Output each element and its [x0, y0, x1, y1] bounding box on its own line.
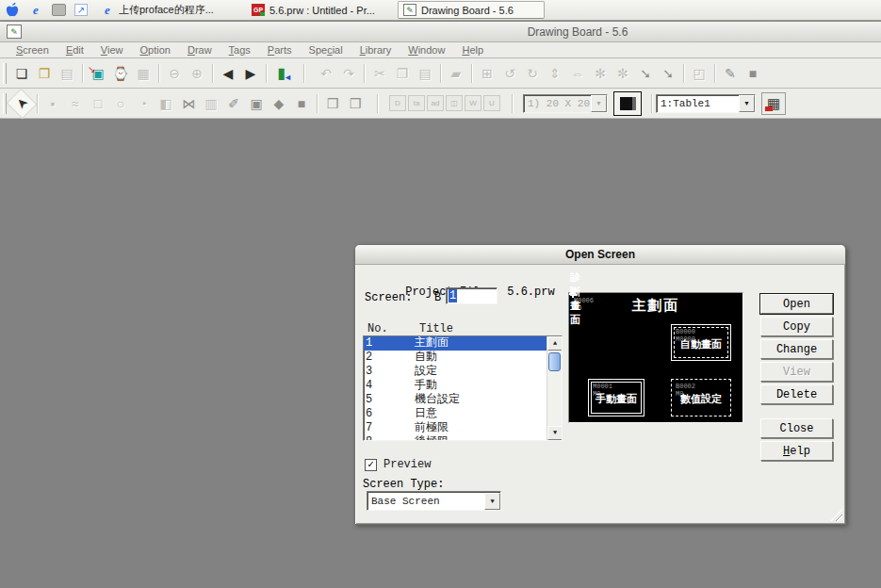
screen-list-row[interactable]: 1 主劃面 — [364, 336, 562, 351]
scroll-down-icon[interactable]: ▼ — [547, 426, 563, 440]
preview-checkbox[interactable]: ✓ — [365, 459, 377, 471]
text-tool-icon[interactable]: ✐ — [222, 93, 245, 114]
copy-icon[interactable]: ❐ — [391, 63, 414, 84]
mark-tool-icon[interactable]: ◆ — [268, 93, 290, 114]
change-button[interactable]: Change — [760, 339, 833, 359]
transfer-icon[interactable]: ▣ — [87, 63, 109, 84]
exit-icon[interactable]: ▮ — [270, 63, 293, 84]
menu-item[interactable]: Tags — [220, 43, 259, 57]
task-drawing-board[interactable]: Drawing Board - 5.6 — [398, 1, 545, 19]
edit-vertex-icon[interactable]: ✎ — [719, 63, 742, 84]
redo-icon[interactable]: ↷ — [337, 63, 360, 84]
load-mark-icon[interactable]: ❒ — [344, 93, 367, 114]
select-tool-icon[interactable]: ➤ — [7, 88, 38, 119]
move-icon[interactable]: ⊞ — [476, 63, 498, 84]
group-icon[interactable]: ◰ — [688, 63, 710, 84]
part-bar-graph-icon[interactable]: ◫ — [446, 95, 463, 111]
chevron-down-icon[interactable] — [484, 493, 500, 510]
save-icon[interactable]: ▤ — [56, 63, 78, 84]
polygon-tool-icon[interactable]: ⋈ — [177, 93, 200, 114]
screen-list-row[interactable]: 4 手動 — [364, 379, 562, 393]
send-to-back-icon[interactable]: ➘ — [657, 63, 679, 84]
screen-number-input[interactable]: 1 — [446, 287, 498, 304]
part-bit-switch-icon[interactable]: D — [389, 95, 406, 111]
task-56prw-project[interactable]: 5.6.prw : Untitled - Pr... — [247, 1, 394, 19]
ie-quicklaunch-icon[interactable] — [24, 2, 47, 19]
screen-list-row[interactable]: 5 機台設定 — [364, 393, 562, 407]
paste-icon[interactable]: ▤ — [414, 63, 436, 84]
new-screen-icon[interactable]: ❏ — [10, 63, 33, 84]
bring-to-front-icon[interactable]: ➘ — [634, 63, 657, 84]
part-address-icon[interactable]: ad — [427, 95, 444, 111]
shrink-icon[interactable]: ✻ — [589, 63, 612, 84]
chevron-down-icon[interactable] — [739, 95, 755, 112]
screen-preview-button[interactable] — [613, 91, 642, 116]
open-button[interactable]: Open — [760, 294, 833, 314]
rectangle-tool-icon[interactable]: □ — [87, 93, 109, 114]
screen-call-icon[interactable]: ■ — [290, 93, 313, 114]
chevron-down-icon[interactable] — [591, 95, 607, 112]
menu-item[interactable]: Edit — [57, 43, 92, 57]
list-scrollbar[interactable]: ▲ ▼ — [547, 336, 562, 440]
fill-tool-icon[interactable]: ◧ — [155, 93, 177, 114]
load-screen-icon[interactable]: ❒ — [321, 93, 344, 114]
undo-icon[interactable]: ↶ — [315, 63, 337, 84]
next-screen-icon[interactable]: ▶ — [239, 63, 262, 84]
table-editor-button[interactable] — [761, 92, 786, 115]
menu-item[interactable]: Special — [301, 43, 351, 57]
cut-icon[interactable]: ✂ — [368, 63, 391, 84]
flip-horizontal-icon[interactable]: ⇔ — [566, 63, 589, 84]
part-word-icon[interactable]: W — [465, 95, 481, 111]
color-table-combobox[interactable]: 1:Table1 — [656, 94, 756, 113]
launcher-icon[interactable] — [70, 2, 92, 19]
screen-list-row[interactable]: 2 自動 — [364, 351, 562, 365]
task-upload-proface[interactable]: 上传proface的程序... — [96, 1, 243, 19]
delete-button[interactable]: Delete — [760, 384, 833, 404]
screen-list-row[interactable]: 8 後極限 — [364, 435, 562, 441]
part-image-icon[interactable]: U — [483, 95, 500, 111]
eraser-icon[interactable]: ▰ — [445, 63, 467, 84]
polyline-tool-icon[interactable]: ≈ — [64, 93, 87, 114]
help-button[interactable]: Help — [760, 441, 833, 461]
copy-button[interactable]: Copy — [760, 317, 833, 336]
screen-listbox[interactable]: 1 主劃面 2 自動 3 設定 4 手動 — [363, 335, 563, 441]
enlarge-icon[interactable]: ✼ — [612, 63, 634, 84]
zoom-in-icon[interactable]: ⊕ — [186, 63, 208, 84]
scrollbar-thumb[interactable] — [548, 352, 561, 371]
menu-item[interactable]: Window — [400, 43, 453, 57]
menu-item[interactable]: Screen — [8, 43, 57, 57]
screen-list-row[interactable]: 6 日意 — [364, 407, 562, 421]
close-button[interactable]: Close — [760, 418, 833, 438]
alarm-icon[interactable]: ⌚ — [109, 63, 132, 84]
ellipse-tool-icon[interactable]: ○ — [109, 93, 132, 114]
rotate-right-icon[interactable]: ↻ — [521, 63, 544, 84]
flip-vertical-icon[interactable]: ⇕ — [544, 63, 566, 84]
view-button[interactable]: View — [760, 362, 833, 382]
arc-tool-icon[interactable]: ◔ — [132, 93, 155, 114]
dot-tool-icon[interactable]: ▪ — [41, 93, 64, 114]
grid-size-combobox[interactable]: 1) 20 X 20 — [523, 94, 608, 113]
zoom-out-icon[interactable]: ⊖ — [163, 63, 186, 84]
screen-list-row[interactable]: 7 前極限 — [364, 421, 562, 435]
screen-type-combobox[interactable]: Base Screen — [367, 491, 501, 511]
menu-item[interactable]: View — [92, 43, 132, 57]
part-tag-icon[interactable]: ta — [408, 95, 425, 111]
apple-menu-icon[interactable] — [0, 2, 24, 19]
resize-grip[interactable] — [830, 509, 842, 521]
scale-tool-icon[interactable]: ▥ — [200, 93, 222, 114]
menu-item[interactable]: Draw — [179, 43, 220, 57]
scroll-up-icon[interactable]: ▲ — [547, 336, 563, 351]
show-desktop-icon[interactable] — [47, 2, 70, 19]
screen-list-row[interactable]: 3 設定 — [364, 365, 562, 379]
toolbar-grip[interactable] — [3, 63, 7, 84]
menu-item[interactable]: Help — [453, 43, 492, 57]
menu-item[interactable]: Option — [132, 43, 179, 57]
menu-item[interactable]: Parts — [259, 43, 301, 57]
fill-color-icon[interactable]: ■ — [742, 63, 764, 84]
image-tool-icon[interactable]: ▣ — [245, 93, 268, 114]
simulation-icon[interactable]: ▦ — [132, 63, 155, 84]
rotate-left-icon[interactable]: ↺ — [498, 63, 521, 84]
menu-item[interactable]: Library — [351, 43, 400, 57]
previous-screen-icon[interactable]: ◀ — [217, 63, 239, 84]
open-screen-icon[interactable]: ❐ — [33, 63, 56, 84]
